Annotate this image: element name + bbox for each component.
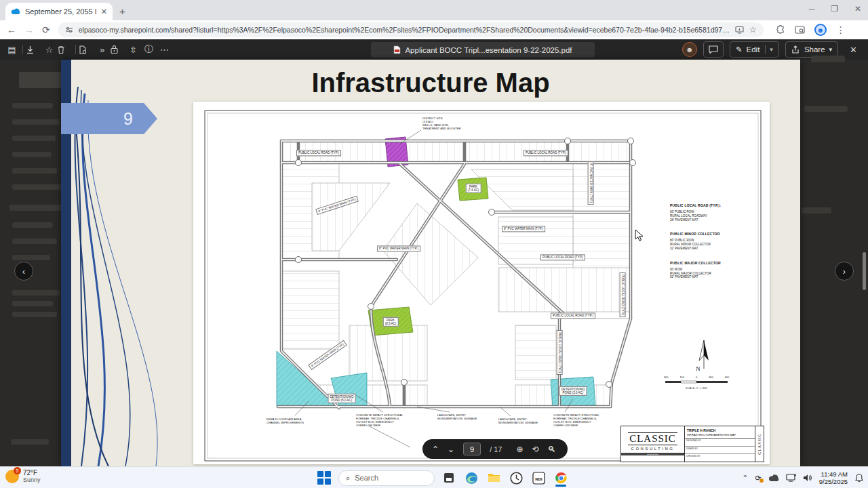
- convert-document-icon[interactable]: [79, 45, 94, 54]
- edit-dropdown-chevron[interactable]: ▾: [765, 45, 773, 54]
- more-options-icon[interactable]: ⋯: [157, 45, 172, 55]
- fit-to-height-icon[interactable]: ⇳: [125, 45, 141, 55]
- taskbar-app-chrome[interactable]: [553, 469, 569, 487]
- map-annotation: CONCRETE IMPACT STRUCTURE, FOREBAY, TRIC…: [553, 413, 599, 427]
- window-maximize-button[interactable]: ❐: [831, 4, 838, 14]
- tray-volume-icon[interactable]: [803, 474, 812, 482]
- titleblock-row: DRAWN BY: [685, 447, 755, 455]
- delete-icon[interactable]: [57, 45, 73, 54]
- taskbar-app-ndi[interactable]: NDI: [530, 469, 547, 487]
- legend-entry: PUBLIC MAJOR COLLECTOR90' ROWRURAL MAJOR…: [670, 261, 751, 279]
- forward-button[interactable]: →: [24, 24, 34, 35]
- reload-button[interactable]: ⟳: [42, 24, 50, 35]
- taskbar: 5 72°F Sunny ⌕ Search: [0, 466, 868, 488]
- tray-sync-icon[interactable]: ⟳: [755, 474, 762, 483]
- search-document-icon[interactable]: 🔍︎: [548, 445, 556, 454]
- back-button[interactable]: ←: [7, 24, 16, 35]
- tray-cast-icon[interactable]: [786, 474, 796, 482]
- ghost-row: [12, 184, 61, 190]
- window-close-button[interactable]: ✕: [854, 4, 861, 14]
- share-dropdown-chevron[interactable]: ▾: [829, 46, 833, 53]
- titleblock-row: CHECKED BY: [685, 454, 755, 462]
- expand-toolbar-icon[interactable]: »: [94, 45, 110, 55]
- weather-temperature: 72°F: [23, 469, 41, 476]
- next-page-icon[interactable]: ⌄: [448, 445, 454, 454]
- start-button[interactable]: [316, 469, 332, 487]
- pdf-canvas: Infrastructure Map 9: [0, 60, 868, 466]
- ghost-row: [804, 106, 848, 112]
- chrome-active-indicator: [555, 485, 566, 487]
- previous-slide-button[interactable]: ‹: [14, 262, 33, 281]
- taskbar-app-edge[interactable]: [463, 469, 479, 487]
- road-label: PUBLIC LOCAL ROAD (TYP.): [296, 150, 341, 156]
- taskbar-app-clock[interactable]: [508, 469, 524, 487]
- slide-number: 9: [123, 109, 133, 129]
- taskbar-search[interactable]: ⌕ Search: [338, 470, 435, 486]
- titleblock-consulting: CONSULTING: [631, 447, 675, 451]
- ghost-row: [12, 222, 53, 228]
- document-filename[interactable]: Applicant BOCC Tripl...esentation 9-22-2…: [371, 42, 595, 58]
- notification-bell-icon[interactable]: [854, 473, 864, 483]
- browser-tab[interactable]: September 25, 2055 Land Use ✕: [5, 3, 113, 20]
- page-total: / 17: [490, 445, 502, 453]
- taskbar-app-file-explorer[interactable]: [486, 469, 502, 487]
- print-icon[interactable]: [110, 45, 125, 54]
- comments-button[interactable]: [703, 41, 724, 58]
- ghost-row: [802, 207, 831, 214]
- map-annotation: LANDSCAPE, ENTRY MONUMENTATION, SIGNAGE: [498, 418, 538, 424]
- share-icon: [791, 45, 800, 54]
- taskbar-weather-widget[interactable]: 5 72°F Sunny: [5, 469, 41, 483]
- site-settings-icon[interactable]: [65, 26, 73, 34]
- taskbar-app-desktop[interactable]: [441, 469, 457, 487]
- user-avatar[interactable]: ☻: [682, 42, 697, 57]
- tray-onedrive-icon[interactable]: [768, 474, 779, 482]
- road-label: PUBLIC LOCAL ROAD (TYP.): [619, 272, 625, 317]
- clock-date: 9/25/2025: [819, 478, 848, 485]
- scale-ticks: 3001500300600: [664, 376, 729, 379]
- favorite-star-icon[interactable]: ☆: [41, 45, 57, 55]
- window-minimize-button[interactable]: ─: [809, 4, 815, 14]
- north-label: N: [696, 365, 701, 372]
- page-navigation-bar: ⌃ ⌄ 9 / 17 ⊕ ⟲ 🔍︎: [422, 439, 568, 459]
- titleblock-project: TRIPLE H RANCH: [685, 426, 755, 432]
- edit-label: Edit: [747, 45, 760, 54]
- taskbar-clock[interactable]: 11:49 AM 9/25/2025: [819, 470, 848, 485]
- road-label: PUBLIC LOCAL ROAD (TYP.): [556, 330, 562, 375]
- previous-page-icon[interactable]: ⌃: [432, 445, 439, 454]
- page-number-input[interactable]: 9: [463, 443, 481, 455]
- scrollbar-thumb[interactable]: [863, 252, 866, 290]
- pencil-icon: ✎: [736, 45, 743, 54]
- zoom-in-icon[interactable]: ⊕: [516, 445, 523, 454]
- rotate-icon[interactable]: ⟲: [532, 445, 539, 454]
- pdf-file-icon: [393, 45, 401, 54]
- browser-menu-icon[interactable]: ⋮: [836, 24, 846, 35]
- side-panel-search-icon[interactable]: [795, 26, 805, 35]
- infrastructure-map: PUBLIC LOCAL ROAD (TYP.)PUBLIC LOCAL ROA…: [193, 102, 770, 464]
- legend-entry: PUBLIC MINOR COLLECTOR80' PUBLIC ROWRURA…: [670, 232, 751, 250]
- browser-profile-avatar[interactable]: ☻: [814, 24, 827, 36]
- viewer-close-icon[interactable]: ✕: [844, 45, 863, 55]
- extensions-icon[interactable]: [776, 25, 785, 35]
- weather-condition: Sunny: [23, 476, 41, 483]
- road-label: PUBLIC LOCAL ROAD (TYP.): [540, 254, 585, 260]
- url-bar[interactable]: elpasoco-my.sharepoint.com/shared?listur…: [58, 22, 764, 37]
- thumbnails-panel-icon[interactable]: ▤: [4, 45, 20, 55]
- ghost-row: [9, 205, 64, 211]
- road-label: 8" PVC WATER MAIN (TYP.): [502, 226, 545, 232]
- ghost-row: [11, 439, 49, 445]
- edit-button[interactable]: ✎ Edit ▾: [730, 41, 779, 58]
- next-slide-button[interactable]: ›: [835, 262, 854, 281]
- road-label: DETENTION/WQ POND (3.0 AC): [559, 386, 587, 396]
- info-icon[interactable]: ⓘ: [141, 43, 157, 56]
- road-label: PARK (7.4 AC): [466, 184, 481, 193]
- ghost-row: [12, 239, 57, 244]
- road-label: PUBLIC LOCAL ROAD (TYP.): [524, 150, 568, 156]
- new-tab-button[interactable]: +: [119, 5, 125, 17]
- scale-text: SCALE: 1" = 300': [664, 386, 729, 390]
- bookmark-star-icon[interactable]: ☆: [749, 25, 757, 35]
- download-icon[interactable]: [26, 45, 41, 54]
- tray-show-hidden-icon[interactable]: ⌃: [742, 474, 748, 483]
- legend-entry: PUBLIC LOCAL ROAD (TYP.):60' PUBLIC ROWR…: [670, 203, 751, 222]
- tab-close-icon[interactable]: ✕: [101, 7, 107, 16]
- send-to-device-icon[interactable]: [735, 26, 744, 34]
